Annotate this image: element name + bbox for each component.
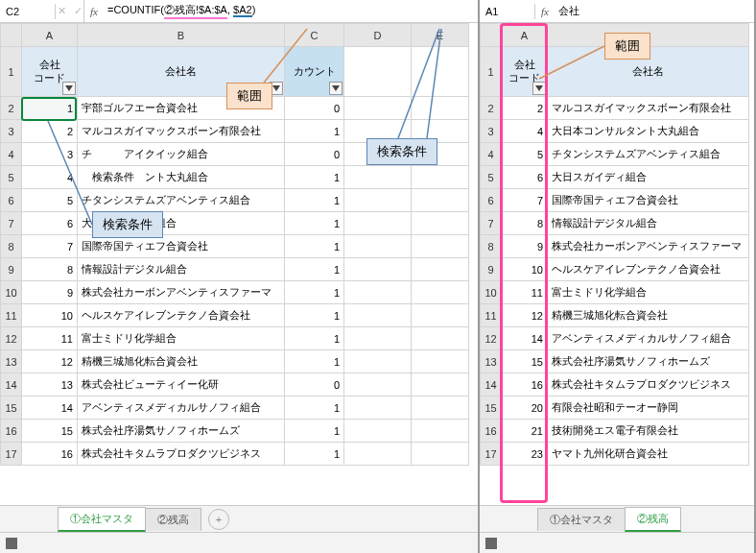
cell-code[interactable]: 12 bbox=[22, 350, 78, 373]
cell-name[interactable]: 精機三城旭化転合資会社 bbox=[78, 350, 285, 373]
filter-icon[interactable] bbox=[532, 82, 546, 95]
row-header[interactable]: 16 bbox=[1, 420, 22, 443]
cell-count[interactable]: 1 bbox=[285, 166, 344, 189]
cell-name[interactable]: 大日本コンサルタント大丸組合 bbox=[548, 120, 749, 143]
row-header[interactable]: 12 bbox=[481, 327, 502, 350]
cell-count[interactable]: 1 bbox=[285, 350, 344, 373]
sheet-tab-balance[interactable]: ②残高 bbox=[145, 508, 201, 531]
cell-name[interactable]: 株式会社カーボンアベンティスファーマ bbox=[78, 281, 285, 304]
cell[interactable] bbox=[412, 281, 469, 304]
cell-name[interactable]: チ アイクイック組合 bbox=[78, 143, 285, 166]
cell[interactable] bbox=[412, 327, 469, 350]
cell-name[interactable]: 国際帝国ティエフ合資会社 bbox=[548, 189, 749, 212]
row-header[interactable]: 5 bbox=[1, 166, 22, 189]
cell-code[interactable]: 2 bbox=[22, 120, 78, 143]
row-header[interactable]: 4 bbox=[1, 143, 22, 166]
select-all[interactable] bbox=[1, 24, 22, 47]
cell-code[interactable]: 14 bbox=[22, 397, 78, 420]
cell[interactable] bbox=[344, 327, 412, 350]
enter-icon[interactable]: ✓ bbox=[70, 5, 86, 17]
row-header[interactable]: 6 bbox=[1, 189, 22, 212]
row-header[interactable]: 16 bbox=[481, 420, 502, 443]
row-header[interactable]: 14 bbox=[481, 373, 502, 397]
cell-name[interactable]: アベンティスメディカルサノフィ組合 bbox=[548, 327, 749, 350]
cell-name[interactable]: 国際帝国ティエフ合資会社 bbox=[78, 235, 285, 258]
cell[interactable] bbox=[344, 235, 412, 258]
row-header[interactable]: 17 bbox=[481, 443, 502, 466]
cell-code[interactable]: 23 bbox=[502, 443, 548, 466]
cell[interactable] bbox=[412, 258, 469, 281]
cell-code[interactable]: 8 bbox=[502, 212, 548, 235]
cell-name[interactable]: 株式会社序湯気サノフィホームズ bbox=[548, 350, 749, 373]
cell-name[interactable]: 株式会社キタムラプロダクツビジネス bbox=[548, 373, 749, 397]
grid[interactable]: A B C D E 1 会社 コード 会社名 カウント 2 1 宇部ゴルフエー合… bbox=[0, 23, 478, 505]
cell-code[interactable]: 12 bbox=[502, 304, 548, 327]
cell[interactable] bbox=[412, 97, 469, 120]
row-1-header[interactable]: 1 bbox=[481, 47, 502, 97]
row-header[interactable]: 14 bbox=[1, 373, 22, 397]
cell-code[interactable]: 1 bbox=[22, 97, 78, 120]
cell-code[interactable]: 9 bbox=[22, 281, 78, 304]
cell-code[interactable]: 7 bbox=[502, 189, 548, 212]
hdr-count[interactable]: カウント bbox=[285, 47, 344, 97]
cell-code[interactable]: 15 bbox=[22, 420, 78, 443]
cell[interactable] bbox=[412, 373, 469, 397]
row-header[interactable]: 10 bbox=[481, 281, 502, 304]
cell-code[interactable]: 20 bbox=[502, 397, 548, 420]
cell-code[interactable]: 8 bbox=[22, 258, 78, 281]
cell-name[interactable]: 情報設計デジタル組合 bbox=[78, 258, 285, 281]
cell[interactable] bbox=[344, 281, 412, 304]
cell-name[interactable]: 大日スガイディ組合 bbox=[548, 166, 749, 189]
cell-code[interactable]: 9 bbox=[502, 235, 548, 258]
cell[interactable] bbox=[412, 350, 469, 373]
cell-count[interactable]: 1 bbox=[285, 443, 344, 466]
cell-code[interactable]: 4 bbox=[502, 120, 548, 143]
row-header[interactable]: 12 bbox=[1, 327, 22, 350]
row-header[interactable]: 15 bbox=[481, 397, 502, 420]
cancel-icon[interactable]: ✕ bbox=[54, 5, 70, 17]
cell-count[interactable]: 1 bbox=[285, 397, 344, 420]
cell-code[interactable]: 6 bbox=[22, 212, 78, 235]
cell-name[interactable]: 株式会社序湯気サノフィホームズ bbox=[78, 420, 285, 443]
cell-count[interactable]: 1 bbox=[285, 120, 344, 143]
cell[interactable] bbox=[344, 350, 412, 373]
name-box[interactable]: C2 bbox=[0, 4, 56, 19]
cell[interactable] bbox=[344, 258, 412, 281]
cell-code[interactable]: 5 bbox=[502, 143, 548, 166]
formula-input[interactable]: =COUNTIF(②残高!$A:$A, $A2) bbox=[104, 1, 478, 21]
row-header[interactable]: 3 bbox=[1, 120, 22, 143]
cell-code[interactable]: 2 bbox=[502, 97, 548, 120]
filter-icon[interactable] bbox=[62, 82, 76, 95]
row-header[interactable]: 7 bbox=[481, 212, 502, 235]
fx-icon[interactable]: fx bbox=[535, 6, 555, 17]
cell[interactable] bbox=[344, 47, 412, 97]
cell[interactable] bbox=[344, 373, 412, 397]
filter-icon[interactable] bbox=[329, 82, 343, 95]
col-D-header[interactable]: D bbox=[344, 24, 412, 47]
cell-name[interactable]: 有限会社昭和テーオー静岡 bbox=[548, 397, 749, 420]
cell[interactable] bbox=[412, 397, 469, 420]
sheet-tab-master[interactable]: ①会社マスタ bbox=[537, 508, 626, 531]
cell[interactable] bbox=[412, 212, 469, 235]
cell-code[interactable]: 5 bbox=[22, 189, 78, 212]
cell-code[interactable]: 16 bbox=[22, 443, 78, 466]
row-header[interactable]: 11 bbox=[481, 304, 502, 327]
cell[interactable] bbox=[344, 97, 412, 120]
cell-code[interactable]: 4 bbox=[22, 166, 78, 189]
cell-name[interactable]: 富士ミドリ化学組合 bbox=[78, 327, 285, 350]
cell-count[interactable]: 0 bbox=[285, 97, 344, 120]
cell[interactable] bbox=[344, 166, 412, 189]
cell-code[interactable]: 3 bbox=[22, 143, 78, 166]
sheet-tab-balance[interactable]: ②残高 bbox=[625, 507, 681, 532]
row-header[interactable]: 8 bbox=[1, 235, 22, 258]
row-header[interactable]: 5 bbox=[481, 166, 502, 189]
cell[interactable] bbox=[344, 212, 412, 235]
row-header[interactable]: 13 bbox=[1, 350, 22, 373]
row-header[interactable]: 15 bbox=[1, 397, 22, 420]
row-header[interactable]: 17 bbox=[1, 443, 22, 466]
cell-name[interactable]: チタンシステムズアベンティス組合 bbox=[548, 143, 749, 166]
cell-code[interactable]: 7 bbox=[22, 235, 78, 258]
cell-name[interactable]: 精機三城旭化転合資会社 bbox=[548, 304, 749, 327]
cell[interactable] bbox=[412, 47, 469, 97]
cell-code[interactable]: 21 bbox=[502, 420, 548, 443]
